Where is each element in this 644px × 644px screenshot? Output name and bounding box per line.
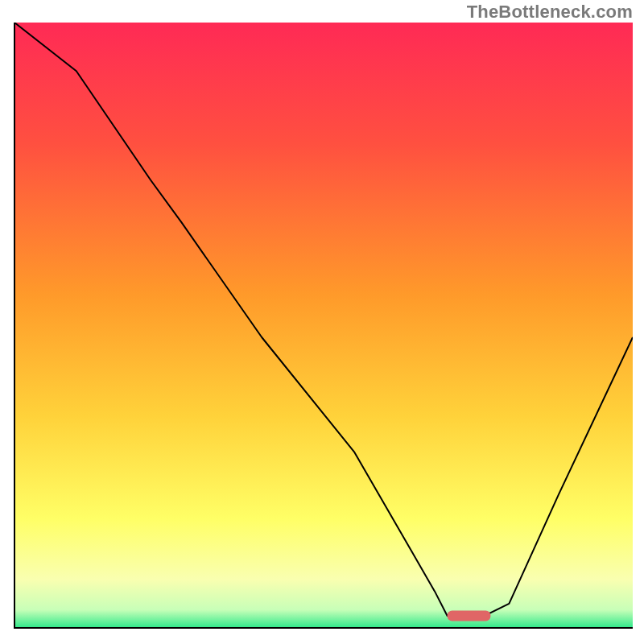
optimal-marker [448, 611, 491, 621]
chart-container: { "watermark": "TheBottleneck.com", "cha… [0, 0, 644, 644]
bottleneck-chart [13, 23, 633, 633]
plot-area [13, 23, 633, 633]
watermark-text: TheBottleneck.com [467, 2, 633, 23]
